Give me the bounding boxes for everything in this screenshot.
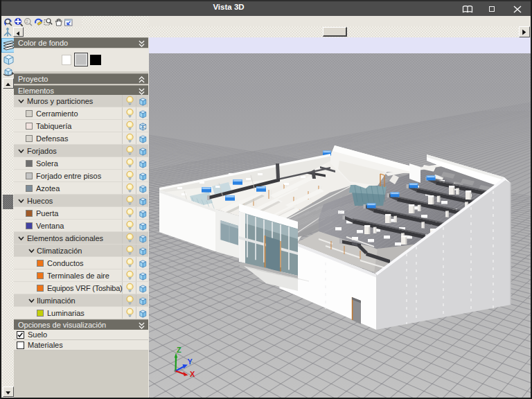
svg-text:X: X bbox=[190, 370, 195, 378]
svg-text:Y: Y bbox=[188, 357, 193, 366]
svg-text:Z: Z bbox=[177, 346, 181, 354]
svg-text:2: 2 bbox=[26, 19, 28, 24]
